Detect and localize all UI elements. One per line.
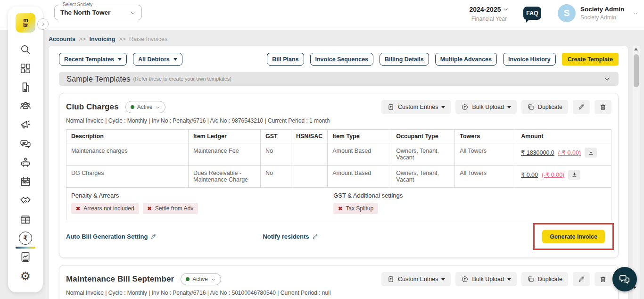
status-badge[interactable]: Active [125, 101, 166, 113]
chevron-down-icon [211, 277, 216, 282]
settle-adv-badge: ✖Settle from Adv [143, 203, 198, 214]
caret-down-icon [507, 278, 511, 281]
tax-splitup-badge: ✖Tax Splitup [333, 203, 378, 214]
custom-entries-button[interactable]: Custom Entries [381, 272, 451, 286]
sidebar-item-reports[interactable] [8, 248, 43, 266]
sidebar-item-building[interactable] [8, 78, 43, 97]
bulk-upload-label: Bulk Upload [472, 276, 504, 282]
sidebar-item-chats[interactable] [8, 134, 43, 153]
duplicate-button[interactable]: Duplicate [521, 100, 568, 114]
faq-button[interactable]: FAQ [523, 7, 541, 20]
chevron-down-icon [603, 75, 611, 83]
cell-towers: All Towers [455, 143, 516, 166]
card-title: Maintenance Bill September [66, 274, 174, 284]
cell-gst: No [261, 166, 291, 188]
bulk-upload-button[interactable]: Bulk Upload [455, 272, 516, 286]
sample-templates-bar[interactable]: Sample Templates (Refer these to create … [59, 72, 619, 86]
sidebar-item-settings[interactable]: ⚙ [8, 266, 43, 285]
document-upload-icon [387, 103, 395, 111]
col-item-ledger: Item Ledger [189, 130, 261, 143]
generate-invoice-button[interactable]: Generate Invoice [542, 230, 605, 243]
community-icon [19, 100, 32, 112]
bill-plans-button[interactable]: Bill Plans [267, 53, 304, 66]
custom-entries-button[interactable]: Custom Entries [381, 100, 451, 114]
sidebar-item-community[interactable] [8, 97, 43, 116]
breadcrumb: Accounts >> Invoicing >> Raise Invoices [49, 36, 167, 42]
megaphone-icon [19, 119, 32, 131]
breadcrumb-current: Raise Invoices [129, 36, 167, 42]
table-header-row: Description Item Ledger GST HSN/SAC Item… [66, 130, 611, 143]
edit-template-button[interactable] [573, 100, 590, 114]
duplicate-button[interactable]: Duplicate [521, 272, 568, 286]
download-button[interactable] [568, 170, 580, 180]
debtor-filter-value: All Debtors [138, 56, 170, 63]
building-icon [19, 81, 32, 93]
pencil-icon [312, 233, 318, 240]
sample-templates-title: Sample Templates [66, 75, 130, 83]
scroll-up-arrow-icon[interactable] [634, 48, 638, 50]
duplicate-label: Duplicate [538, 276, 562, 282]
custom-entries-label: Custom Entries [398, 276, 438, 282]
breadcrumb-accounts[interactable]: Accounts [49, 36, 75, 42]
bulk-upload-label: Bulk Upload [472, 104, 504, 110]
invoice-sequences-button[interactable]: Invoice Sequences [310, 53, 374, 66]
download-icon [588, 150, 594, 156]
col-towers: Towers [455, 130, 516, 143]
invoice-history-button[interactable]: Invoice History [503, 53, 556, 66]
custom-entries-label: Custom Entries [398, 104, 438, 110]
delete-template-button[interactable] [594, 272, 611, 286]
user-menu[interactable]: S Society Admin Society Admin [558, 4, 638, 22]
sidebar-item-helpdesk[interactable] [8, 153, 43, 172]
status-badge[interactable]: Active [181, 273, 221, 285]
sample-templates-subtitle: (Refer these to create your own template… [133, 76, 231, 82]
notify-residents-link[interactable]: Notify residents [263, 233, 318, 240]
billing-details-button[interactable]: Billing Details [380, 53, 429, 66]
card-footer: Auto Bill Generation Setting Notify resi… [66, 223, 611, 250]
caret-down-icon [118, 58, 122, 61]
vertical-scrollbar[interactable] [633, 46, 640, 299]
chevron-down-icon [155, 105, 160, 110]
rupee-accounts-icon: ₹ [19, 232, 32, 245]
sidebar-item-search[interactable] [8, 40, 43, 59]
scrollbar-thumb[interactable] [634, 54, 639, 87]
download-button[interactable] [585, 148, 597, 158]
debtor-filter-dropdown[interactable]: All Debtors [133, 53, 182, 66]
cell-description: DG Charges [66, 166, 189, 188]
sidebar-item-accounts[interactable]: ₹ [8, 229, 43, 248]
amount-link[interactable]: ₹ 1830000.0 [521, 149, 554, 156]
user-name: Society Admin [580, 6, 624, 13]
breadcrumb-invoicing[interactable]: Invoicing [90, 36, 116, 42]
create-template-button[interactable]: Create Template [562, 53, 619, 66]
arrears-badge: ✖Arrears not included [71, 203, 139, 214]
amount-link[interactable]: ₹ 0.00 [521, 171, 538, 178]
template-filter-dropdown[interactable]: Recent Templates [59, 53, 127, 66]
col-gst: GST [261, 130, 291, 143]
chevron-right-icon [41, 22, 46, 27]
adjustment-link[interactable]: (-₹ 0.00) [558, 149, 581, 156]
invoice-template-card-club-charges: Club Charges Active Custom Entries Bulk … [59, 93, 619, 258]
col-hsn-sac: HSN/SAC [291, 130, 328, 143]
notify-residents-label: Notify residents [263, 233, 309, 240]
sidebar-item-inventory[interactable] [8, 210, 43, 229]
breadcrumb-separator: >> [79, 36, 86, 42]
avatar: S [558, 4, 576, 22]
chat-support-fab[interactable] [612, 267, 637, 291]
sidebar-item-bookings[interactable] [8, 172, 43, 191]
sidebar-item-vendors[interactable] [8, 191, 43, 210]
society-select[interactable]: Select Society The North Tower [54, 5, 142, 20]
cross-icon: ✖ [76, 206, 80, 212]
sidebar-expand-button[interactable] [37, 18, 49, 30]
app-logo[interactable]: mbr [16, 13, 35, 33]
inventory-box-icon [19, 213, 32, 225]
financial-year-select[interactable]: 2024-2025 Financial Year [464, 6, 514, 22]
caret-down-icon [507, 106, 511, 108]
multiple-advances-button[interactable]: Multiple Advances [435, 53, 497, 66]
adjustment-link[interactable]: (-₹ 0.00) [542, 171, 564, 178]
edit-template-button[interactable] [573, 272, 590, 286]
bulk-upload-button[interactable]: Bulk Upload [455, 100, 516, 114]
sidebar-item-dashboard[interactable] [8, 59, 43, 78]
delete-template-button[interactable] [594, 100, 611, 114]
cross-icon: ✖ [338, 206, 342, 212]
sidebar-item-announcements[interactable] [8, 116, 43, 134]
auto-bill-setting-link[interactable]: Auto Bill Generation Setting [66, 233, 157, 240]
